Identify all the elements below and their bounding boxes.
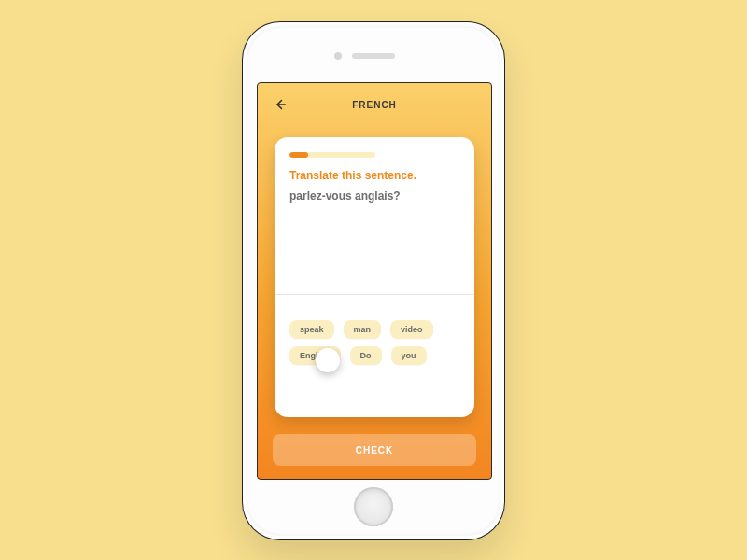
progress-bar [289,152,375,158]
card-divider [275,294,474,295]
word-chip[interactable]: speak [289,320,334,339]
phone-device-frame: FRENCH Translate this sentence. parlez-v… [243,22,504,539]
word-chip[interactable]: English [289,346,341,365]
exercise-card: Translate this sentence. parlez-vous ang… [275,137,474,417]
instruction-text: Translate this sentence. [289,169,459,182]
app-title: FRENCH [352,100,397,110]
phone-home-button[interactable] [354,487,393,526]
arrow-left-icon [272,96,289,113]
check-button-label: CHECK [356,445,394,455]
word-chip[interactable]: Do [350,346,382,365]
word-chip[interactable]: video [390,320,433,339]
back-button[interactable] [267,91,293,118]
check-button[interactable]: CHECK [273,434,476,466]
word-chip[interactable]: man [344,320,382,339]
app-header: FRENCH [258,83,491,126]
progress-bar-fill [289,152,308,158]
phone-camera-dot [334,52,342,60]
phone-earpiece [352,53,395,59]
app-screen: FRENCH Translate this sentence. parlez-v… [257,82,492,480]
word-chip[interactable]: you [391,346,427,365]
source-sentence: parlez-vous anglais? [289,189,459,203]
word-bank: speak man video English Do you [289,320,459,365]
